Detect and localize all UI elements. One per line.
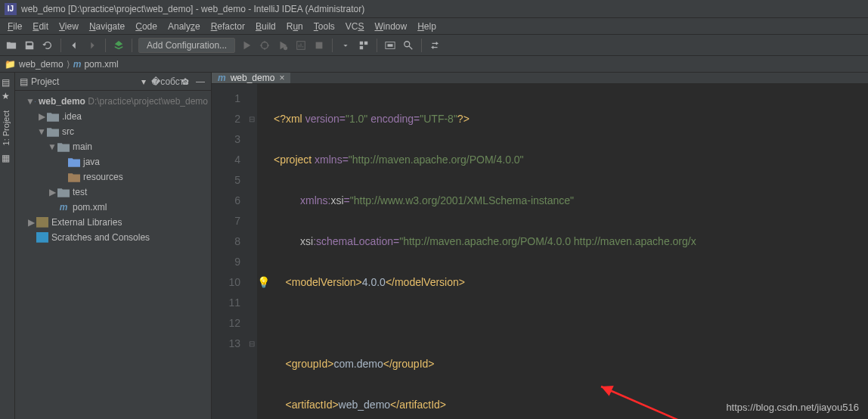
menu-vcs[interactable]: VCS — [341, 20, 369, 33]
window-title: web_demo [D:\practice\project\web_demo] … — [21, 4, 364, 14]
dropdown-icon[interactable]: ▾ — [141, 76, 146, 87]
run-configuration-dropdown[interactable]: Add Configuration... — [138, 38, 235, 53]
menu-help[interactable]: Help — [413, 20, 441, 33]
tree-label: java — [83, 157, 100, 167]
editor-tabs: m web_demo × — [212, 73, 868, 84]
gear-icon[interactable]: ✿ — [179, 76, 191, 88]
stop-icon[interactable] — [312, 39, 326, 52]
separator — [60, 39, 61, 52]
debug-icon[interactable] — [258, 39, 271, 52]
refresh-icon[interactable] — [41, 39, 54, 52]
watermark: https://blog.csdn.net/jiayou516 — [726, 402, 859, 413]
main-toolbar: Add Configuration... — [0, 35, 868, 56]
menu-bar: File Edit View Navigate Code Analyze Ref… — [0, 18, 868, 35]
tree-idea[interactable]: ▶.idea — [15, 109, 211, 124]
separator — [421, 39, 422, 52]
build-icon[interactable] — [112, 39, 126, 52]
tree-java[interactable]: java — [15, 154, 211, 169]
tree-test[interactable]: ▶test — [15, 185, 211, 200]
tree-label: src — [62, 126, 74, 137]
run-icon[interactable] — [240, 39, 253, 52]
maven-icon: m — [218, 73, 226, 83]
tree-label: .idea — [62, 111, 82, 122]
tab-label: web_demo — [231, 73, 275, 83]
open-icon[interactable] — [5, 39, 18, 52]
intention-gutter: 💡 — [257, 84, 269, 419]
svg-point-9 — [405, 41, 410, 46]
svg-rect-6 — [360, 45, 363, 48]
breadcrumb-root[interactable]: web_demo — [19, 59, 64, 70]
project-panel-title-icon: ▤ — [20, 76, 28, 87]
menu-build[interactable]: Build — [251, 20, 281, 33]
tree-path: D:\practice\project\web_demo — [88, 96, 208, 107]
separator — [132, 39, 132, 52]
coverage-icon[interactable] — [276, 39, 290, 52]
project-tree: ▼web_demo D:\practice\project\web_demo ▶… — [15, 91, 211, 248]
tree-label: main — [73, 141, 92, 152]
close-tab-icon[interactable]: × — [279, 73, 284, 83]
tree-external-libraries[interactable]: ▶External Libraries — [15, 215, 211, 230]
breadcrumb-file[interactable]: pom.xml — [84, 59, 118, 70]
menu-file[interactable]: File — [3, 20, 26, 33]
tree-label: resources — [83, 172, 123, 182]
svg-rect-4 — [360, 41, 363, 44]
breadcrumb-separator: ⟩ — [67, 59, 70, 70]
menu-window[interactable]: Window — [370, 20, 411, 33]
menu-tools[interactable]: Tools — [309, 20, 339, 33]
intellij-icon: IJ — [5, 3, 17, 15]
folder-icon: 📁 — [5, 59, 16, 70]
tree-scratches[interactable]: Scratches and Consoles — [15, 230, 211, 245]
project-panel-title: Project — [31, 76, 138, 87]
menu-refactor[interactable]: Refactor — [206, 20, 250, 33]
svg-rect-3 — [316, 42, 323, 48]
settings-icon[interactable] — [383, 39, 397, 52]
separator — [377, 39, 377, 52]
tree-resources[interactable]: resources — [15, 169, 211, 185]
menu-edit[interactable]: Edit — [28, 20, 53, 33]
tree-label: External Libraries — [51, 217, 122, 228]
tree-src[interactable]: ▼src — [15, 124, 211, 139]
editor-tab-active[interactable]: m web_demo × — [212, 73, 290, 83]
svg-rect-10 — [36, 217, 48, 228]
back-icon[interactable] — [67, 39, 81, 52]
save-icon[interactable] — [23, 39, 36, 52]
svg-rect-5 — [364, 41, 367, 44]
code-content[interactable]: <?xml version="1.0" encoding="UTF-8"?> <… — [269, 84, 696, 419]
menu-analyze[interactable]: Analyze — [163, 20, 205, 33]
project-tool-tab[interactable]: 1: Project — [0, 104, 12, 151]
vcs-update-icon[interactable] — [339, 39, 352, 52]
code-editor[interactable]: 12345678910111213 ⊟⊟ 💡 <?xml version="1.… — [212, 84, 868, 419]
svg-rect-8 — [388, 44, 393, 47]
menu-navigate[interactable]: Navigate — [85, 20, 129, 33]
forward-icon[interactable] — [85, 39, 99, 52]
svg-rect-11 — [36, 232, 48, 243]
separator — [332, 39, 333, 52]
todo-icon[interactable]: ▦ — [2, 153, 14, 165]
tree-pom[interactable]: mpom.xml — [15, 200, 211, 215]
lightbulb-icon[interactable]: 💡 — [257, 272, 270, 293]
fold-close-icon[interactable]: ⊟ — [246, 334, 257, 354]
breadcrumb: 📁 web_demo ⟩ m pom.xml — [0, 56, 868, 73]
maven-icon: m — [73, 59, 82, 70]
tree-label: pom.xml — [73, 202, 107, 213]
tree-main[interactable]: ▼main — [15, 139, 211, 154]
sync-icon[interactable] — [428, 39, 442, 52]
hide-icon[interactable]: — — [194, 76, 206, 88]
menu-code[interactable]: Code — [131, 20, 162, 33]
search-icon[interactable] — [401, 39, 415, 52]
fold-gutter: ⊟⊟ — [246, 84, 257, 419]
menu-view[interactable]: View — [54, 20, 83, 33]
fold-open-icon[interactable]: ⊟ — [246, 109, 257, 129]
profiler-icon[interactable] — [294, 39, 308, 52]
tree-label: web_demo — [39, 96, 85, 107]
left-tool-strip: ▤ ★ 1: Project ▦ — [0, 73, 15, 419]
line-gutter: 12345678910111213 — [212, 84, 246, 419]
structure-icon[interactable]: ▤ — [2, 77, 14, 89]
project-panel-header: ▤ Project ▾ ⊕ �собств ✿ — — [15, 73, 211, 91]
favorites-icon[interactable]: ★ — [2, 91, 14, 103]
expand-all-icon[interactable]: �собств — [164, 76, 176, 88]
tree-label: Scratches and Consoles — [51, 232, 150, 243]
project-structure-icon[interactable] — [357, 39, 370, 52]
tree-root[interactable]: ▼web_demo D:\practice\project\web_demo — [15, 94, 211, 109]
menu-run[interactable]: Run — [282, 20, 308, 33]
